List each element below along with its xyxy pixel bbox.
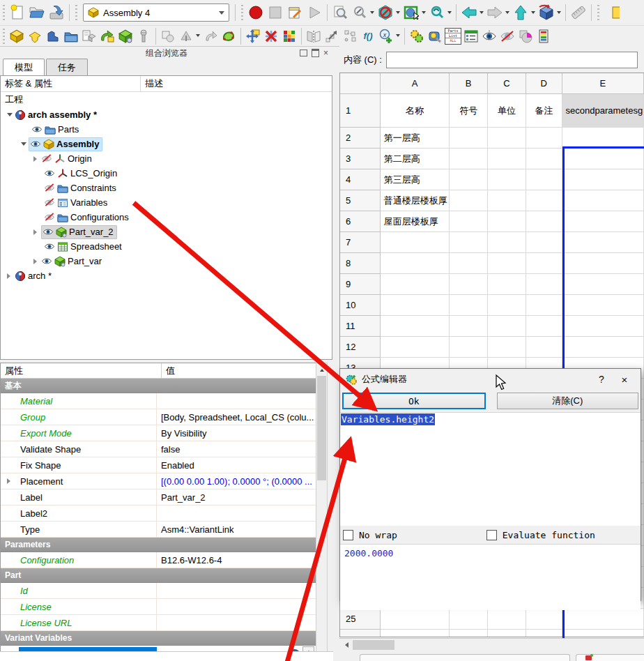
cell-A12[interactable] [381,337,450,358]
show-lcs-button[interactable] [480,28,498,45]
tree-row-spreadsheet[interactable]: Spreadsheet [1,239,332,254]
draw-style-button[interactable] [376,3,395,22]
box-element-selection-button[interactable] [401,3,421,22]
cell-C6[interactable] [488,211,526,232]
cell-D8[interactable] [526,253,562,274]
row-header-25[interactable]: 25 [340,609,381,630]
macro-edit-button[interactable] [285,3,305,22]
row-header-5[interactable]: 5 [340,190,381,211]
axonometric-view-button[interactable] [537,3,556,22]
property-row-label2[interactable]: Label2 [1,506,316,522]
flip-lcs-button[interactable] [201,28,220,45]
workbench-selector[interactable]: Assembly 4 [83,3,229,22]
cell-B6[interactable] [450,211,488,232]
no-wrap-checkbox[interactable] [343,530,353,540]
row-header-9[interactable]: 9 [340,274,381,295]
scrollbar-thumb[interactable] [317,376,326,480]
cell-B26[interactable] [450,630,488,637]
axonometric-dropdown[interactable] [557,11,561,16]
macro-stop-button[interactable] [266,3,285,22]
toolbar-handle[interactable] [74,3,79,22]
cell-B4[interactable] [450,169,488,190]
column-header-E[interactable]: E [562,73,644,94]
row-header-6[interactable]: 6 [340,211,381,232]
nav-forward-button[interactable] [485,3,505,22]
add-variable-dropdown[interactable] [396,34,400,39]
cell-D10[interactable] [526,295,562,316]
clear-button[interactable]: 清除(C) [497,393,639,409]
toolbar-handle[interactable] [596,3,601,22]
color-stack-button[interactable] [535,28,553,45]
cell-A1[interactable]: 名称 [381,94,450,128]
cell-E2[interactable] [562,128,644,149]
linear-array-button[interactable] [323,28,341,45]
cell-E6[interactable] [562,211,644,232]
add-variable-button[interactable]: x [377,28,395,45]
cell-E9[interactable] [562,274,644,295]
toolbar-handle[interactable] [1,27,6,45]
nav-forward-dropdown[interactable] [505,11,509,16]
property-row-group[interactable]: Group[Body, Spreadsheet, Local_CS (colu.… [1,409,316,425]
expander-icon[interactable] [31,156,41,162]
row-header-2[interactable]: 2 [340,128,381,149]
new-datum-button[interactable] [177,28,195,45]
cell-D7[interactable] [526,232,562,253]
cell-A8[interactable] [381,253,450,274]
row-header-1[interactable]: 1 [340,94,381,128]
row-header-11[interactable]: 11 [340,316,381,337]
open-expressions-button[interactable]: f() [359,28,377,45]
row-header-7[interactable]: 7 [340,232,381,253]
cell-E3[interactable] [562,149,644,169]
toolbar-handle[interactable] [240,3,245,22]
property-row-fix-shape[interactable]: Fix ShapeEnabled [1,457,316,473]
tree-row-part-var-2[interactable]: Part_var_2 [1,225,332,239]
scroll-left-icon[interactable] [339,639,351,651]
tree-row-variables[interactable]: Variables [1,195,332,210]
macro-record-button[interactable] [246,3,266,22]
clipped-toolbar-icon[interactable] [602,3,622,22]
row-header-3[interactable]: 3 [340,149,381,169]
cell-E11[interactable] [562,316,644,337]
macro-play-button[interactable] [305,3,324,22]
open-document-button[interactable] [27,3,47,22]
property-row-configuration[interactable]: ConfigurationB12.6-W12.6-4 [1,552,316,568]
tree-row-arch[interactable]: arch * [1,268,332,283]
cell-B25[interactable] [450,609,488,630]
new-assembly-button[interactable] [8,28,26,45]
cell-C3[interactable] [488,149,526,169]
cell-E4[interactable] [562,169,644,190]
cell-B1[interactable]: 符号 [450,94,488,128]
tab-tasks[interactable]: 任务 [46,59,88,75]
configurations-button[interactable] [408,28,426,45]
property-row-validate-shape[interactable]: Validate Shapefalse [1,441,316,457]
panel-float-icon[interactable] [300,50,307,56]
cell-E5[interactable] [562,190,644,211]
column-header-A[interactable]: A [381,73,450,94]
cell-E12[interactable] [562,337,644,358]
cell-A10[interactable] [381,295,450,316]
row-header-26[interactable]: 26 [340,630,381,637]
zoom-dropdown[interactable] [370,11,374,16]
ok-button[interactable]: Ok [342,393,486,409]
cell-D4[interactable] [526,169,562,190]
row-header-12[interactable]: 12 [340,337,381,358]
measure-tool-button[interactable] [426,28,444,45]
cell-D5[interactable] [526,190,562,211]
cell-E8[interactable] [562,253,644,274]
measure-button[interactable] [569,3,588,22]
cell-A5[interactable]: 普通楼层楼板厚 [381,190,450,211]
cell-D25[interactable] [526,609,562,630]
cell-D9[interactable] [526,274,562,295]
save-document-button[interactable] [47,3,66,22]
override-colors-button[interactable] [516,28,535,45]
nav-back-button[interactable] [459,3,479,22]
cell-C11[interactable] [488,316,526,337]
sync-view-button[interactable] [427,3,447,22]
cell-E25[interactable] [562,609,644,630]
expander-icon[interactable] [5,273,15,279]
cell-D12[interactable] [526,337,562,358]
property-row-label[interactable]: LabelPart_var_2 [1,489,316,506]
cell-A3[interactable]: 第二层高 [381,149,450,169]
cell-C25[interactable] [488,609,526,630]
expander-icon[interactable] [31,259,41,264]
